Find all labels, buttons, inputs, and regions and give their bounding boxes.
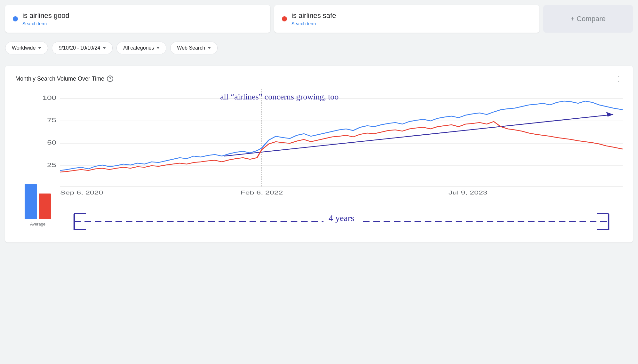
category-filter[interactable]: All categories (116, 42, 166, 54)
avg-label: Average (30, 222, 45, 226)
term2-dot (282, 16, 287, 21)
more-options-icon[interactable]: ⋮ (616, 75, 623, 83)
filters-row: Worldwide 9/10/20 - 10/10/24 All categor… (5, 38, 633, 58)
search-type-filter[interactable]: Web Search (170, 42, 218, 54)
chart-header: Monthly Search Volume Over Time ? ⋮ (15, 75, 623, 83)
date-label: 9/10/20 - 10/10/24 (59, 45, 100, 51)
svg-text:Feb 6, 2022: Feb 6, 2022 (241, 190, 283, 196)
term2-info: is airlines safe Search term (291, 12, 336, 26)
chart-container: Average 100 75 50 25 (15, 89, 623, 236)
help-icon[interactable]: ? (107, 75, 113, 82)
search-term-card-1[interactable]: is airlines good Search term (5, 5, 270, 33)
avg-bar-red (39, 194, 51, 219)
chart-section: Monthly Search Volume Over Time ? ⋮ Aver… (5, 66, 633, 242)
avg-bar-group (25, 174, 51, 219)
svg-text:50: 50 (47, 139, 56, 146)
svg-text:25: 25 (47, 162, 56, 168)
chart-title-text: Monthly Search Volume Over Time (15, 75, 104, 82)
category-chevron-icon (156, 47, 160, 49)
compare-card[interactable]: + Compare (543, 5, 633, 33)
line-chart-svg: 100 75 50 25 Sep 6, 2020 Feb 6, 2022 Jul… (60, 89, 623, 198)
four-years-label: 4 years (323, 213, 359, 223)
compare-text: + Compare (570, 15, 605, 23)
location-chevron-icon (38, 47, 41, 49)
category-label: All categories (123, 45, 154, 51)
avg-bar-blue (25, 184, 37, 219)
svg-text:Jul 9, 2023: Jul 9, 2023 (449, 190, 488, 196)
svg-text:75: 75 (47, 117, 56, 123)
line-chart-wrapper: 100 75 50 25 Sep 6, 2020 Feb 6, 2022 Jul… (60, 89, 623, 236)
term2-name: is airlines safe (291, 12, 336, 20)
term2-label: Search term (291, 21, 336, 26)
date-filter[interactable]: 9/10/20 - 10/10/24 (52, 42, 113, 54)
location-label: Worldwide (12, 45, 36, 51)
term1-name: is airlines good (22, 12, 69, 20)
term1-dot (13, 16, 18, 21)
search-term-card-2[interactable]: is airlines safe Search term (274, 5, 539, 33)
svg-marker-11 (606, 112, 613, 117)
svg-text:100: 100 (42, 95, 56, 101)
date-chevron-icon (103, 47, 106, 49)
term1-info: is airlines good Search term (22, 12, 69, 26)
term1-label: Search term (22, 21, 69, 26)
chart-title: Monthly Search Volume Over Time ? (15, 75, 113, 82)
search-type-label: Web Search (177, 45, 205, 51)
location-filter[interactable]: Worldwide (5, 42, 48, 54)
red-line (60, 122, 623, 172)
search-type-chevron-icon (208, 47, 211, 49)
svg-text:Sep 6, 2020: Sep 6, 2020 (60, 190, 103, 196)
years-annotation: 4 years (60, 204, 623, 236)
search-terms-row: is airlines good Search term is airlines… (5, 5, 633, 33)
